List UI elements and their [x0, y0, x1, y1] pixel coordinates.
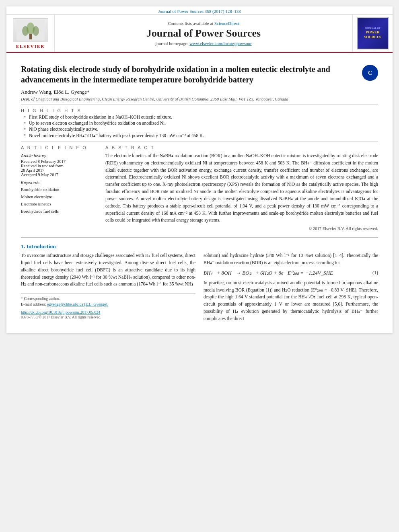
article-body: Rotating disk electrode study of borohyd…: [6, 53, 393, 333]
abstract-text: The electrode kinetics of the NaBH₄ oxid…: [105, 152, 378, 224]
highlights-list: First RDE study of borohydride oxidation…: [21, 115, 378, 138]
elsevier-logo-area: ELSEVIER: [6, 15, 55, 52]
rights-line: 0378-7753/© 2017 Elsevier B.V. All right…: [21, 315, 195, 319]
history-label: Article history:: [21, 153, 97, 158]
abstract-label: A B S T R A C T: [105, 145, 378, 150]
crossmark-badge[interactable]: C: [362, 65, 378, 81]
authors-line: Andrew Wang, Előd L. Gyenge*: [21, 89, 378, 95]
equation-1-number: (1): [366, 270, 378, 276]
journal-title-area: Contents lists available at ScienceDirec…: [55, 15, 352, 52]
power-sources-badge: JOURNAL OF POWER SOURCES: [357, 17, 389, 49]
equation-1-line: BH₄⁻ + 8OH⁻ → BO₂⁻ + 6H₂O + 8e⁻ E⁰₂₉₈ = …: [204, 270, 378, 276]
svg-rect-4: [29, 34, 32, 39]
journal-citation: Journal of Power Sources 358 (2017) 128–…: [158, 9, 241, 14]
intro-left-col: To overcome infrastructure and storage c…: [21, 252, 195, 325]
elsevier-logo-image: [13, 18, 48, 42]
divider-3: [21, 237, 378, 238]
keyword-4: Borohydride fuel cells: [21, 208, 97, 215]
email-note: E-mail address: egyenge@chbe.ubc.ca (E.L…: [21, 302, 195, 306]
article-title: Rotating disk electrode study of borohyd…: [21, 64, 356, 85]
email-link[interactable]: egyenge@chbe.ubc.ca (E.L. Gyenge).: [47, 302, 108, 306]
revised-date: 28 April 2017: [21, 168, 97, 173]
article-history-group: Article history: Received 8 February 201…: [21, 153, 97, 177]
highlight-item-2: Up to seven electron exchanged in borohy…: [24, 121, 378, 125]
contents-available-text: Contents lists available at ScienceDirec…: [168, 21, 239, 26]
doi-area: http://dx.doi.org/10.1016/j.jpowsour.201…: [21, 309, 195, 315]
svg-point-3: [33, 26, 39, 36]
journal-homepage-link[interactable]: www.elsevier.com/locate/jpowsour: [189, 41, 251, 46]
corresponding-note: * Corresponding author.: [21, 296, 195, 301]
abstract-section: A B S T R A C T The electrode kinetics o…: [105, 145, 378, 231]
highlight-item-1: First RDE study of borohydride oxidation…: [24, 115, 378, 119]
section-number: 1.: [21, 243, 25, 249]
intro-left-text: To overcome infrastructure and storage c…: [21, 252, 195, 288]
keyword-2: Molten electrolyte: [21, 193, 97, 201]
journal-title: Journal of Power Sources: [146, 27, 261, 39]
elsevier-brand-text: ELSEVIER: [16, 44, 45, 49]
intro-right-col: solution) and hydrazine hydrate (340 Wh …: [204, 252, 378, 325]
accepted-date: Accepted 9 May 2017: [21, 173, 97, 177]
highlight-item-4: Novel molten electrolyte BH₄⁻/IO₄⁻ batte…: [24, 133, 378, 138]
received-date: Received 8 February 2017: [21, 159, 97, 164]
svg-point-2: [22, 26, 29, 36]
power-sources-logo-area: JOURNAL OF POWER SOURCES: [352, 15, 393, 52]
highlights-label: H I G H L I G H T S: [21, 108, 378, 113]
divider-2: [21, 142, 378, 142]
science-direct-link[interactable]: ScienceDirect: [214, 21, 239, 26]
intro-right-text-1: solution) and hydrazine hydrate (340 Wh …: [204, 252, 378, 267]
copyright-line: © 2017 Elsevier B.V. All rights reserved…: [105, 226, 378, 231]
crossmark-icon: C: [362, 65, 378, 81]
equation-1-content: BH₄⁻ + 8OH⁻ → BO₂⁻ + 6H₂O + 8e⁻ E⁰₂₉₈ = …: [204, 270, 363, 276]
article-info-section: A R T I C L E I N F O Article history: R…: [21, 145, 97, 231]
journal-homepage-line: journal homepage: www.elsevier.com/locat…: [155, 41, 251, 46]
received-revised-label: Received in revised form: [21, 164, 97, 168]
info-abstract-section: A R T I C L E I N F O Article history: R…: [21, 145, 378, 231]
doi-link[interactable]: http://dx.doi.org/10.1016/j.jpowsour.201…: [21, 310, 100, 314]
article-page: Journal of Power Sources 358 (2017) 128–…: [6, 6, 393, 333]
keyword-3: Electrode kinetics: [21, 201, 97, 208]
article-title-section: Rotating disk electrode study of borohyd…: [21, 64, 378, 85]
introduction-body: To overcome infrastructure and storage c…: [21, 252, 378, 325]
highlight-item-3: NiO phase electrocatalytically active.: [24, 127, 378, 131]
section-title: Introduction: [27, 243, 56, 249]
keyword-list: Borohydride oxidation Molten electrolyte…: [21, 186, 97, 215]
footnote-area: * Corresponding author. E-mail address: …: [21, 294, 195, 319]
journal-top-bar: Journal of Power Sources 358 (2017) 128–…: [6, 6, 393, 15]
intro-right-text-2: In practice, on most electrocatalysts a …: [204, 279, 378, 322]
article-info-label: A R T I C L E I N F O: [21, 145, 97, 150]
highlights-section: H I G H L I G H T S First RDE study of b…: [21, 108, 378, 138]
divider-1: [21, 105, 378, 105]
journal-header: ELSEVIER Contents lists available at Sci…: [6, 15, 393, 53]
affiliation-line: Dept. of Chemical and Biological Enginee…: [21, 97, 378, 101]
authors-text: Andrew Wang, Előd L. Gyenge*: [21, 89, 90, 95]
introduction-header: 1. Introduction: [21, 243, 378, 250]
keyword-1: Borohydride oxidation: [21, 186, 97, 193]
keywords-label: Keywords:: [21, 180, 97, 185]
svg-text:C: C: [368, 70, 372, 76]
